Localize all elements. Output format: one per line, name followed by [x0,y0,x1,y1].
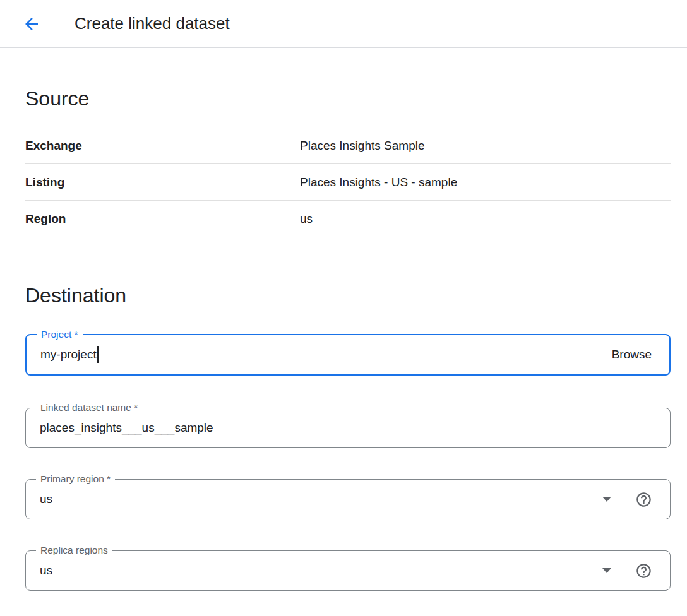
back-button[interactable] [19,11,44,37]
table-row-listing: Listing Places Insights - US - sample [25,164,671,201]
page-header: Create linked dataset [0,0,687,48]
primary-region-text: us [40,492,52,506]
project-field-text: my-project [40,348,97,362]
primary-region-label: Primary region * [36,473,115,485]
linked-dataset-name-text: places_insights___us___sample [40,421,213,435]
row-label: Region [25,212,300,226]
replica-regions-text: us [40,564,52,578]
primary-region-field[interactable]: Primary region * us [25,479,671,519]
linked-dataset-name-label: Linked dataset name * [36,401,142,414]
main-content: Source Exchange Places Insights Sample L… [0,87,687,591]
help-outline-icon [635,491,652,508]
text-cursor [97,346,99,363]
row-value: Places Insights Sample [300,139,425,153]
source-info-table: Exchange Places Insights Sample Listing … [25,127,671,237]
project-field-value: my-project [40,346,612,363]
create-linked-dataset-page: Create linked dataset Source Exchange Pl… [0,0,687,616]
row-label: Exchange [25,139,300,153]
browse-button[interactable]: Browse [612,348,652,362]
replica-regions-field[interactable]: Replica regions us [25,550,671,591]
source-heading: Source [25,87,671,110]
page-title: Create linked dataset [75,14,230,33]
help-icon[interactable] [635,562,652,579]
linked-dataset-name-value: places_insights___us___sample [40,421,652,435]
help-outline-icon [635,562,652,579]
project-field-label: Project * [37,328,83,341]
help-icon[interactable] [635,491,652,508]
table-row-region: Region us [25,201,671,237]
primary-region-value: us [40,492,602,506]
project-field[interactable]: Project * my-project Browse [25,334,671,376]
destination-heading: Destination [25,284,671,307]
row-value: Places Insights - US - sample [300,175,457,189]
row-label: Listing [25,175,300,189]
arrow-back-icon [22,15,41,33]
linked-dataset-name-field[interactable]: Linked dataset name * places_insights___… [25,408,671,448]
table-row-exchange: Exchange Places Insights Sample [25,127,671,164]
replica-regions-value: us [40,564,602,578]
dropdown-arrow-icon[interactable] [602,497,611,502]
dropdown-arrow-icon[interactable] [602,568,611,573]
replica-regions-label: Replica regions [36,544,112,557]
row-value: us [300,212,313,226]
